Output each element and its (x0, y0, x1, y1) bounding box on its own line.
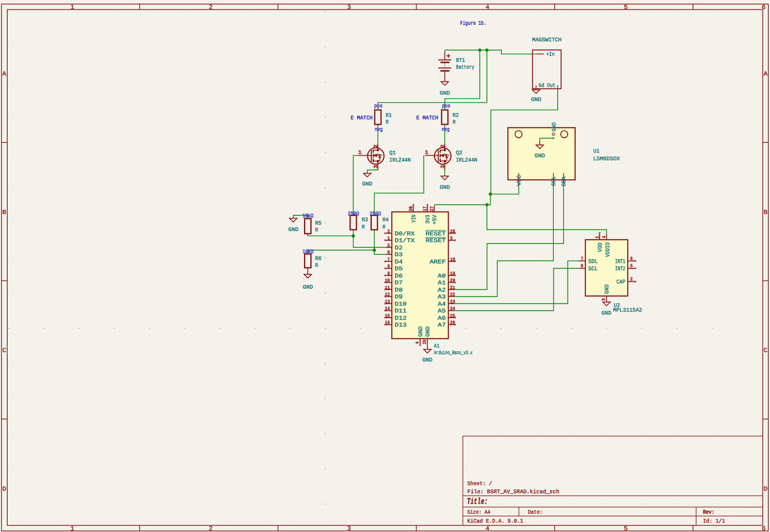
svg-text:1: 1 (595, 236, 600, 239)
svg-text:E MATCH: E MATCH (350, 115, 373, 121)
svg-text:E MATCH: E MATCH (416, 115, 438, 121)
svg-text:A6: A6 (438, 315, 446, 322)
svg-text:GND: GND (425, 326, 431, 337)
svg-text:Date:: Date: (528, 509, 543, 515)
svg-text:4: 4 (602, 236, 607, 238)
svg-text:RESET: RESET (426, 231, 446, 237)
svg-text:A7: A7 (438, 322, 446, 329)
svg-text:6: 6 (630, 256, 633, 262)
svg-text:D: D (764, 486, 767, 493)
svg-text:25: 25 (450, 313, 455, 319)
svg-text:C: C (764, 347, 767, 354)
svg-text:7: 7 (388, 257, 390, 263)
svg-text:pos: pos (442, 103, 451, 109)
svg-text:Q1: Q1 (389, 150, 396, 156)
svg-text:Battery: Battery (456, 64, 475, 70)
svg-text:GND: GND (440, 90, 450, 96)
svg-text:C: C (2, 347, 6, 354)
svg-text:INT2: INT2 (615, 266, 625, 272)
svg-text:SCL: SCL (550, 176, 557, 186)
svg-text:D5: D5 (395, 266, 403, 272)
svg-text:CAP: CAP (617, 279, 625, 286)
svg-text:D0/RX: D0/RX (395, 231, 415, 237)
svg-text:27: 27 (429, 206, 435, 211)
svg-text:A: A (2, 70, 6, 78)
svg-text:23: 23 (450, 299, 455, 305)
svg-text:250Ω: 250Ω (370, 211, 381, 217)
svg-text:11: 11 (385, 285, 390, 291)
svg-text:10kΩ: 10kΩ (303, 249, 313, 255)
svg-text:RESET: RESET (426, 238, 446, 244)
svg-text:D1/TX: D1/TX (395, 238, 415, 244)
svg-text:A4: A4 (438, 301, 446, 308)
svg-text:R4: R4 (382, 217, 389, 223)
svg-text:1: 1 (70, 525, 74, 532)
svg-text:A1: A1 (438, 280, 446, 286)
svg-text:neg: neg (375, 126, 383, 133)
svg-text:20: 20 (450, 278, 455, 283)
svg-text:GND: GND (288, 226, 298, 233)
svg-text:pos: pos (374, 103, 383, 109)
svg-text:2: 2 (209, 525, 213, 532)
svg-text:R2: R2 (453, 112, 459, 119)
svg-text:R: R (453, 119, 456, 125)
svg-text:D11: D11 (395, 308, 407, 315)
svg-text:2: 2 (373, 145, 379, 148)
svg-text:1: 1 (358, 149, 362, 156)
svg-text:9: 9 (388, 271, 390, 277)
svg-text:GND: GND (551, 122, 557, 132)
svg-text:R5: R5 (315, 220, 321, 226)
svg-text:3: 3 (450, 236, 453, 241)
svg-text:7: 7 (581, 256, 583, 262)
svg-text:AREF: AREF (430, 259, 446, 266)
svg-text:10: 10 (385, 278, 390, 283)
svg-text:D12: D12 (395, 315, 407, 322)
svg-text:2: 2 (388, 229, 390, 234)
svg-text:+In: +In (546, 51, 555, 58)
svg-text:GND: GND (604, 284, 611, 294)
svg-text:R: R (385, 119, 388, 125)
svg-text:VDDIO: VDDIO (605, 242, 611, 257)
svg-text:1: 1 (388, 236, 390, 241)
svg-text:2: 2 (630, 277, 633, 282)
svg-text:D4: D4 (395, 259, 403, 266)
svg-text:5: 5 (624, 525, 628, 532)
svg-text:D2: D2 (395, 245, 403, 252)
svg-text:1: 1 (70, 4, 74, 11)
svg-text:B: B (764, 209, 767, 216)
svg-text:INT1: INT1 (615, 259, 625, 265)
svg-text:Gd Out: Gd Out (538, 82, 556, 89)
svg-text:6: 6 (762, 525, 766, 532)
svg-text:13: 13 (385, 299, 390, 305)
svg-text:GND: GND (362, 181, 372, 187)
svg-text:Id: 1/1: Id: 1/1 (703, 518, 725, 524)
svg-text:MPL3115A2: MPL3115A2 (613, 307, 642, 313)
svg-text:IRLZ44N: IRLZ44N (456, 157, 477, 163)
svg-text:LSM6DSOX: LSM6DSOX (593, 156, 620, 162)
svg-text:+5V: +5V (432, 214, 438, 225)
svg-text:14: 14 (385, 306, 390, 312)
svg-text:19: 19 (450, 271, 455, 277)
svg-text:neg: neg (442, 126, 450, 133)
svg-text:A2: A2 (438, 287, 446, 294)
svg-text:R6: R6 (315, 255, 321, 262)
svg-text:22: 22 (450, 292, 455, 298)
svg-text:Title:: Title: (467, 497, 488, 507)
svg-text:D9: D9 (395, 294, 403, 301)
svg-text:D10: D10 (395, 301, 407, 308)
svg-text:VDD: VDD (597, 243, 604, 252)
svg-text:2: 2 (209, 4, 213, 11)
svg-text:MAGSWITCH: MAGSWITCH (532, 37, 562, 43)
svg-text:VIN: VIN (411, 215, 417, 223)
svg-text:D8: D8 (395, 287, 403, 294)
svg-text:GND: GND (535, 153, 545, 159)
svg-text:GND: GND (602, 310, 611, 316)
svg-text:Sheet: /: Sheet: / (467, 480, 492, 487)
svg-text:28: 28 (450, 229, 455, 234)
svg-text:6: 6 (388, 250, 390, 255)
svg-text:4: 4 (486, 4, 489, 11)
svg-text:250Ω: 250Ω (348, 211, 359, 217)
svg-text:4: 4 (486, 525, 489, 532)
svg-text:R1: R1 (385, 112, 392, 119)
svg-text:17: 17 (423, 206, 428, 211)
